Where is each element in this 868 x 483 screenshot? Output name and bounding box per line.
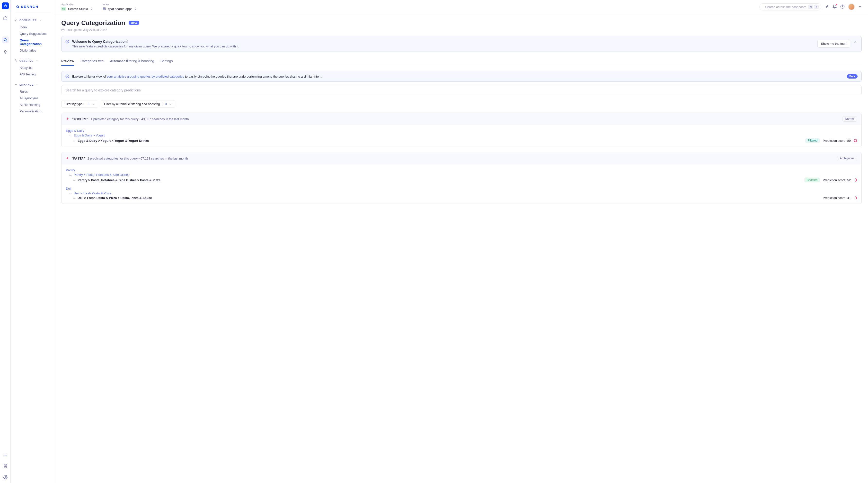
query-tag: Narrow	[842, 116, 857, 122]
bolt-icon	[66, 156, 69, 160]
global-search[interactable]: ⌘K	[759, 3, 821, 10]
index-icon	[103, 7, 106, 10]
svg-point-9	[763, 7, 763, 7]
recommend-icon[interactable]	[2, 49, 9, 56]
category-l1[interactable]: Eggs & Dairy > Yogurt	[66, 133, 857, 137]
prediction-score: Prediction score: 89	[823, 139, 851, 143]
close-icon[interactable]	[853, 40, 858, 45]
section-configure[interactable]: CONFIGURE	[14, 17, 51, 24]
filter-by-auto[interactable]: Filter by automatic filtering and boosti…	[101, 100, 175, 108]
account-chevron-icon[interactable]	[858, 5, 862, 9]
index-label: Index	[103, 3, 137, 6]
bolt-icon	[66, 117, 69, 121]
home-icon[interactable]	[2, 14, 9, 21]
category-l2[interactable]: Pantry > Pasta, Potatoes & Side Dishes >…	[66, 178, 857, 182]
nav-ai-re-ranking[interactable]: AI Re-Ranking	[14, 101, 51, 108]
nav-dictionaries[interactable]: Dictionaries	[14, 47, 51, 54]
svg-rect-7	[103, 8, 105, 9]
rocket-icon[interactable]	[825, 4, 829, 9]
query-meta: 1 predicted category for this query • 43…	[91, 117, 189, 121]
settings-icon[interactable]	[2, 474, 9, 481]
section-enhance[interactable]: ENHANCE	[14, 81, 51, 88]
kbd-hint: ⌘K	[808, 5, 819, 9]
info-icon	[65, 74, 69, 78]
query-meta: 2 predicted categories for this query • …	[87, 157, 188, 160]
application-value: Search Studio	[68, 7, 88, 11]
info-icon	[65, 40, 69, 43]
calendar-icon	[61, 28, 65, 32]
application-selector[interactable]: Application SS Search Studio	[61, 3, 93, 11]
status-pill: Filtered	[805, 138, 820, 143]
query-card: "PASTA" 2 predicted categories for this …	[61, 152, 862, 204]
query-search-input[interactable]	[65, 88, 858, 92]
nav-ai-synonyms[interactable]: AI Synonyms	[14, 95, 51, 101]
category-l2[interactable]: Deli > Fresh Pasta & Pizza > Pasta, Pizz…	[66, 196, 857, 200]
analytics-icon[interactable]	[2, 451, 9, 458]
category-l1[interactable]: Pantry > Pasta, Potatoes & Side Dishes	[66, 173, 857, 177]
tabs: PreviewCategories treeAutomatic filterin…	[61, 57, 862, 66]
tab-preview[interactable]: Preview	[61, 57, 74, 66]
page-title: Query Categorization	[61, 19, 125, 27]
topbar: Application SS Search Studio Index qcat-…	[55, 0, 868, 14]
data-icon[interactable]	[2, 462, 9, 470]
status-pill: Boosted	[804, 178, 820, 182]
banner-text: Explore a higher view of your analytics …	[72, 75, 322, 78]
category-l0[interactable]: Deli	[66, 187, 857, 190]
brand-icon[interactable]	[2, 2, 9, 9]
nav-personalization[interactable]: Personalization	[14, 108, 51, 115]
tour-button[interactable]: Show me the tour!	[817, 40, 850, 48]
tab-settings[interactable]: Settings	[160, 57, 173, 66]
svg-point-2	[4, 464, 7, 465]
search-input[interactable]	[765, 5, 806, 9]
svg-rect-11	[62, 29, 64, 31]
last-update: Last update: July 27th, at 21:42	[61, 28, 862, 32]
chevron-down-icon	[92, 102, 95, 105]
bell-icon[interactable]	[833, 4, 837, 9]
section-observe[interactable]: OBSERVE	[14, 57, 51, 64]
category-l2[interactable]: Eggs & Dairy > Yogurt > Yogurt & Yogurt …	[66, 138, 857, 143]
icon-rail	[0, 0, 11, 483]
category-l1[interactable]: Deli > Fresh Pasta & Pizza	[66, 191, 857, 195]
category-l0[interactable]: Pantry	[66, 168, 857, 172]
beta-badge: Beta	[847, 74, 858, 79]
query-card: "YOGURT" 1 predicted category for this q…	[61, 113, 862, 147]
avatar[interactable]	[848, 3, 855, 10]
analytics-banner: Explore a higher view of your analytics …	[61, 71, 862, 82]
svg-point-4	[17, 6, 19, 7]
app-chip: SS	[61, 7, 66, 11]
nav-query-categorization[interactable]: Query Categorization	[14, 37, 51, 47]
application-label: Application	[61, 3, 93, 6]
prediction-score: Prediction score: 52	[823, 178, 851, 182]
svg-rect-8	[103, 9, 105, 10]
category-l0[interactable]: Eggs & Dairy	[66, 129, 857, 132]
tab-categories-tree[interactable]: Categories tree	[81, 57, 104, 66]
sidebar: SEARCH CONFIGUREIndexQuery SuggestionsQu…	[11, 0, 55, 483]
filter-by-type[interactable]: Filter by type 0	[61, 100, 98, 108]
logo[interactable]: SEARCH	[14, 5, 51, 13]
nav-rules[interactable]: Rules	[14, 88, 51, 95]
welcome-title: Welcome to Query Categorization!	[72, 40, 814, 43]
main: Application SS Search Studio Index qcat-…	[55, 0, 868, 483]
nav-analytics[interactable]: Analytics	[14, 64, 51, 71]
svg-point-5	[15, 20, 16, 21]
welcome-desc: This new feature predicts categories for…	[72, 44, 814, 48]
svg-point-1	[4, 39, 6, 41]
chevron-down-icon	[169, 102, 172, 105]
analytics-link[interactable]: your analytics grouping queries by predi…	[107, 75, 184, 78]
tab-automatic-filtering-boosting[interactable]: Automatic filtering & boosting	[110, 57, 154, 66]
logo-text: SEARCH	[21, 5, 39, 8]
query-tag: Ambiguous	[837, 156, 857, 161]
nav-query-suggestions[interactable]: Query Suggestions	[14, 30, 51, 37]
index-selector[interactable]: Index qcat-search-apps	[103, 3, 137, 11]
query-name: "PASTA"	[72, 157, 85, 160]
prediction-score: Prediction score: 41	[823, 196, 851, 200]
query-search[interactable]	[61, 85, 862, 95]
index-value: qcat-search-apps	[108, 7, 132, 11]
nav-a-b-testing[interactable]: A/B Testing	[14, 71, 51, 78]
help-icon[interactable]	[840, 4, 845, 9]
nav-index[interactable]: Index	[14, 24, 51, 30]
query-name: "YOGURT"	[72, 117, 88, 121]
beta-badge: Beta	[129, 21, 139, 25]
search-app-icon[interactable]	[2, 36, 9, 43]
updown-icon	[90, 7, 93, 11]
